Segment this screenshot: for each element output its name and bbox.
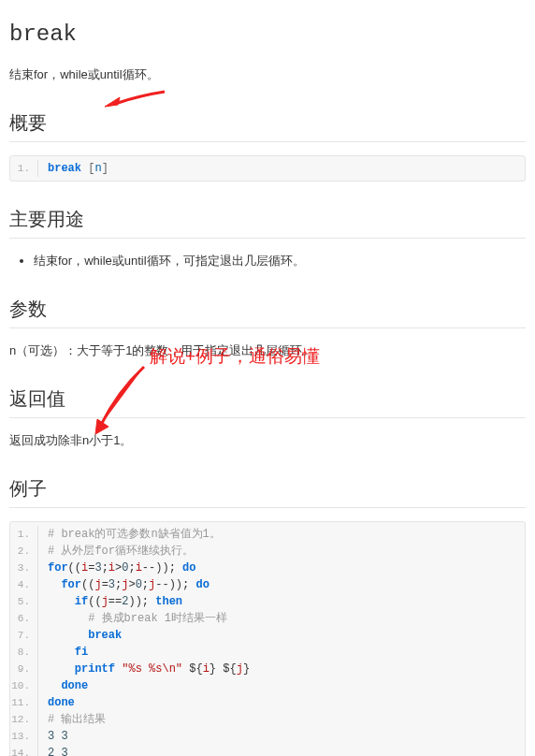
line-number: 11. bbox=[10, 694, 38, 711]
line-number: 10. bbox=[10, 677, 38, 694]
line-number: 5. bbox=[10, 593, 38, 610]
code-line: done bbox=[38, 694, 525, 711]
code-line: # 输出结果 bbox=[38, 711, 525, 728]
line-number: 3. bbox=[10, 560, 38, 576]
intro-text: 结束for，while或until循环。 bbox=[9, 65, 526, 85]
code-line: printf "%s %s\n" ${i} ${j} bbox=[38, 661, 525, 677]
code-line: fi bbox=[38, 644, 525, 661]
code-line: 3 3 bbox=[38, 728, 525, 745]
section-heading-synopsis: 概要 bbox=[9, 108, 526, 142]
return-text: 返回成功除非n小于1。 bbox=[9, 431, 526, 451]
section-heading-params: 参数 bbox=[9, 294, 526, 328]
usage-list: 结束for，while或until循环，可指定退出几层循环。 bbox=[9, 252, 526, 271]
usage-item: 结束for，while或until循环，可指定退出几层循环。 bbox=[34, 252, 526, 271]
line-number: 12. bbox=[10, 711, 38, 728]
code-line: for((j=3;j>0;j--)); do bbox=[38, 576, 525, 593]
line-number: 1. bbox=[10, 526, 38, 543]
section-heading-usage: 主要用途 bbox=[9, 204, 526, 239]
code-line: # 换成break 1时结果一样 bbox=[38, 610, 525, 627]
code-line: # break的可选参数n缺省值为1。 bbox=[38, 526, 525, 543]
return-heading-text: 返回值 bbox=[9, 388, 65, 409]
params-text: n（可选）：大于等于1的整数，用于指定退出几层循环。 bbox=[9, 342, 526, 361]
code-line: break [n] bbox=[38, 160, 525, 177]
line-number: 4. bbox=[10, 576, 38, 593]
line-number: 2. bbox=[10, 543, 38, 560]
line-number: 8. bbox=[10, 644, 38, 661]
line-number: 14. bbox=[10, 745, 38, 756]
line-number: 7. bbox=[10, 627, 38, 644]
page-title: break bbox=[9, 17, 526, 52]
code-block-synopsis: 1.break [n] bbox=[9, 155, 526, 182]
line-number: 13. bbox=[10, 728, 38, 745]
code-line: # 从外层for循环继续执行。 bbox=[38, 543, 525, 560]
code-block-example: 1.# break的可选参数n缺省值为1。2.# 从外层for循环继续执行。3.… bbox=[9, 521, 526, 756]
line-number: 9. bbox=[10, 661, 38, 677]
section-heading-return: 返回值 bbox=[9, 384, 526, 418]
svg-marker-0 bbox=[105, 97, 120, 107]
code-line: break bbox=[38, 627, 525, 644]
code-line: 2 3 bbox=[38, 745, 525, 756]
code-line: done bbox=[38, 677, 525, 694]
code-line: if((j==2)); then bbox=[38, 593, 525, 610]
section-heading-example: 例子 bbox=[9, 473, 526, 508]
line-number: 6. bbox=[10, 610, 38, 627]
line-number: 1. bbox=[10, 160, 38, 177]
code-line: for((i=3;i>0;i--)); do bbox=[38, 560, 525, 576]
